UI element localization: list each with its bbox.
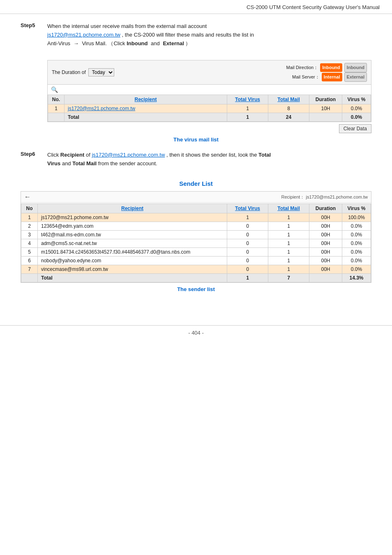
page-footer: - 404 - [0,325,392,340]
internal-badge[interactable]: Internal [322,73,342,81]
step5-link[interactable]: js1720@ms21.pchome.com.tw [47,32,120,38]
inbound-badge-inactive[interactable]: Inbound [344,63,367,72]
step5-text4: Virus Mail. （Click [82,40,125,46]
step5-text6: ） [185,40,191,46]
row-recipient[interactable]: js1720@ms21.pchome.com.tw [65,104,227,113]
row-duration: 00H [309,239,342,248]
row-duration: 00H [309,231,342,239]
step5-bold2: External [163,40,184,46]
sender-col-total-mail: Total Mail [268,204,309,213]
row-total-mail: 1 [268,239,309,248]
sender-total-mail: 7 [268,274,309,282]
col-total-virus-link[interactable]: Total Virus [235,97,260,102]
col-recipient: Recipient [65,95,227,104]
step5-bold1: Inbound [127,40,148,46]
row-virus-pct: 0.0% [342,265,371,274]
mail-direction: Mail Direction： Inbound Inbound Mail Ser… [286,63,367,81]
row-total-virus: 0 [227,222,268,231]
row-total-mail: 1 [268,222,309,231]
step6-bold2: Total [258,152,271,158]
recipient-value: js1720@ms21.pchome.com.tw [306,194,368,199]
virus-data-table: No. Recipient Total Virus Total Mail [48,95,371,122]
sender-col-total-virus-link[interactable]: Total Virus [235,206,260,211]
row-no: 5 [21,248,38,257]
row-duration: 00H [309,265,342,274]
row-duration: 00H [309,248,342,257]
sender-table-header: No Recipient Total Virus Total Mail Dura… [21,204,371,213]
step5-text1: When the internal user receive mails fro… [47,23,207,29]
total-duration [309,113,342,121]
clear-data-button[interactable]: Clear Data [339,124,371,133]
row-no: 2 [21,222,38,231]
sender-col-duration: Duration [309,204,342,213]
duration-select[interactable]: Today [88,68,114,76]
row-total-mail: 8 [268,104,309,113]
step6-bold1: Recipient [60,152,85,158]
step5-text: When the internal user receive mails fro… [47,22,371,48]
table-row: 5 m15001.84734.c24563653t4527.f30.#44854… [21,248,371,257]
row-virus-pct: 0.0% [342,104,371,113]
row-total-mail: 1 [268,257,309,265]
step5-text5: and [151,40,160,46]
row-virus-pct: 0.0% [342,257,371,265]
table-row: 2 123654@edm.yam.com 0 1 00H 0.0% [21,222,371,231]
col-total-mail: Total Mail [268,95,309,104]
row-total-virus: 1 [227,104,268,113]
step6-text2: of [86,152,90,158]
sender-col-recipient-link[interactable]: Recipient [121,206,143,211]
sender-total-duration [309,274,342,282]
row-recipient: 123654@edm.yam.com [38,222,227,231]
row-no: 1 [21,213,38,222]
step5-block: Step5 When the internal user receive mai… [21,22,371,48]
sender-col-total-mail-link[interactable]: Total Mail [277,206,300,211]
mail-direction-label: Mail Direction： [286,65,318,70]
col-no: No. [48,95,65,104]
row-no: 6 [21,257,38,265]
virus-table-container: The Duration of Today Mail Direction： In… [47,60,371,133]
sender-total-row: Total 1 7 14.3% [21,274,371,282]
step6-bold4: Total Mail [72,160,97,166]
sender-back-row: ← Recipient： js1720@ms21.pchome.com.tw [21,192,371,203]
row-recipient: adm@cms5.sc-nat.net.tw [38,239,227,248]
row-total-virus: 1 [227,213,268,222]
row-total-mail: 1 [268,231,309,239]
table-row: 1 js1720@ms21.pchome.com.tw 1 1 00H 100.… [21,213,371,222]
row-virus-pct: 0.0% [342,231,371,239]
page-content: Step5 When the internal user receive mai… [0,14,392,313]
header-title: CS-2000 UTM Content Security Gateway Use… [247,4,380,10]
virus-table-controls-row: The Duration of Today Mail Direction： In… [48,60,371,84]
step5-text3: Anti-Virus [47,40,70,46]
table-row: 1 js1720@ms21.pchome.com.tw 1 8 10H 0.0% [48,104,371,113]
external-badge[interactable]: External [344,72,367,82]
row-virus-pct: 100.0% [342,213,371,222]
step6-text5: from the sender account. [98,160,157,166]
row-virus-pct: 0.0% [342,222,371,231]
sender-list-container: Sender List ← Recipient： js1720@ms21.pch… [21,180,371,292]
sender-caption: The sender list [21,286,371,292]
zoom-icon: 🔍 [48,85,371,95]
virus-total-row: Total 1 24 0.0% [48,113,371,121]
table-row: 7 vincecmase@ms98.url.com.tw 0 1 00H 0.0… [21,265,371,274]
row-recipient: nobody@yahoo.edyne.com [38,257,227,265]
step6-text: Click Recipient of js1720@ms21.pchome.co… [47,151,371,168]
step6-bold3: Virus [47,160,60,166]
back-arrow-icon[interactable]: ← [24,193,31,201]
total-mail: 24 [268,113,309,121]
col-recipient-link[interactable]: Recipient [134,97,157,102]
col-virus-pct: Virus % [342,95,371,104]
inbound-badge-active[interactable]: Inbound [320,63,342,72]
row-total-virus: 0 [227,248,268,257]
step6-text1: Click [47,152,59,158]
row-duration: 00H [309,213,342,222]
row-total-virus: 0 [227,231,268,239]
footer-page: - 404 - [188,330,204,336]
row-total-virus: 0 [227,257,268,265]
sender-table-wrap: ← Recipient： js1720@ms21.pchome.com.tw N… [21,191,371,283]
col-total-mail-link[interactable]: Total Mail [277,97,300,102]
col-total-virus: Total Virus [227,95,268,104]
step6-link[interactable]: js1720@ms21.pchome.com.tw [92,152,165,158]
row-duration: 00H [309,257,342,265]
row-no: 7 [21,265,38,274]
row-virus-pct: 0.0% [342,239,371,248]
row-total-mail: 1 [268,213,309,222]
